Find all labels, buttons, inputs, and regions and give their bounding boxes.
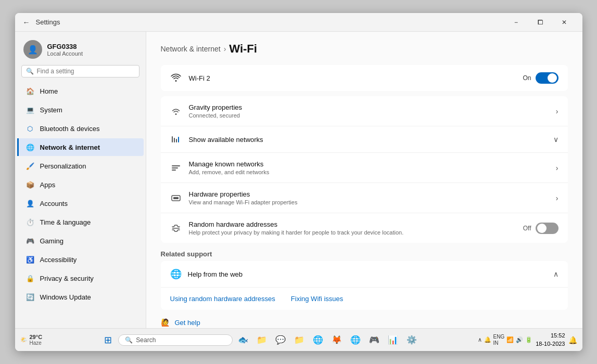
taskbar-app-chrome[interactable]: 🌐 [347, 332, 364, 348]
get-help-link[interactable]: 🙋 Get help [161, 315, 568, 328]
taskbar-app-game[interactable]: 🎮 [366, 332, 383, 348]
sidebar-item-label: Personalization [40, 162, 86, 170]
sidebar-item-system[interactable]: 💻 System [17, 101, 144, 119]
sidebar-item-label: Gaming [40, 237, 64, 245]
tray-battery[interactable]: 🔋 [525, 336, 532, 343]
manage-networks-subtitle: Add, remove, and edit networks [189, 169, 549, 175]
start-button[interactable]: ⊞ [99, 332, 116, 348]
wifi-title-area: Wi-Fi 2 [189, 74, 516, 82]
user-info: GFG0338 Local Account [47, 43, 83, 57]
notification-bell[interactable]: 🔔 [568, 336, 577, 344]
tray-wifi[interactable]: 📶 [506, 336, 514, 343]
tray-volume[interactable]: 🔊 [516, 336, 523, 343]
taskbar-app-folder[interactable]: 📁 [291, 332, 308, 348]
user-name: GFG0338 [47, 43, 83, 50]
tray-chevron[interactable]: ∧ [478, 336, 482, 343]
wifi-toggle[interactable] [536, 72, 558, 84]
random-toggle-label: Off [523, 225, 531, 232]
breadcrumb-separator: › [224, 45, 226, 53]
clock[interactable]: 15:52 18-10-2023 [536, 332, 565, 348]
tray-lang: ENGIN [493, 334, 505, 346]
minimize-button[interactable]: − [504, 13, 528, 32]
help-collapse-icon: ∧ [553, 270, 558, 278]
gaming-icon: 🎮 [26, 236, 35, 245]
random-address-toggle[interactable] [536, 223, 558, 234]
wifi-toggle-area: On [523, 72, 558, 84]
hardware-title: Hardware properties [189, 190, 549, 198]
toggle-thumb-off [537, 224, 547, 233]
taskbar-app-firefox[interactable]: 🦊 [328, 332, 345, 348]
sidebar-item-accessibility[interactable]: ♿ Accessibility [17, 251, 144, 268]
taskbar-app-file-explorer[interactable]: 🐟 [235, 332, 251, 348]
breadcrumb-parent[interactable]: Network & internet [161, 45, 221, 53]
gravity-icon [170, 106, 182, 117]
network-icon: 🌐 [26, 142, 35, 152]
privacy-icon: 🔒 [26, 274, 35, 283]
weather-widget[interactable]: 🌤️ 29°C Haze [20, 334, 43, 346]
manage-networks-row[interactable]: Manage known networks Add, remove, and e… [161, 153, 568, 183]
taskbar-app-widgets[interactable]: 📁 [253, 332, 270, 348]
sidebar-item-windows-update[interactable]: 🔄 Windows Update [17, 288, 144, 306]
tray-notification[interactable]: 🔔 [484, 336, 491, 343]
gravity-row[interactable]: Gravity properties Connected, secured › [161, 96, 568, 126]
taskbar-search[interactable]: 🔍 Search [118, 334, 233, 346]
sidebar-item-accounts[interactable]: 👤 Accounts [17, 194, 144, 212]
svg-rect-3 [178, 137, 179, 142]
sidebar-item-bluetooth[interactable]: ⬡ Bluetooth & devices [17, 120, 144, 137]
taskbar-app-teams[interactable]: 💬 [272, 332, 289, 348]
restore-button[interactable]: ⧠ [528, 13, 552, 32]
user-profile[interactable]: 👤 GFG0338 Local Account [15, 32, 146, 65]
show-networks-title: Show available networks [189, 136, 546, 144]
svg-rect-1 [174, 138, 175, 142]
help-link-random[interactable]: Using random hardware addresses [170, 295, 275, 303]
sidebar-item-privacy[interactable]: 🔒 Privacy & security [17, 269, 144, 287]
help-link-wifi[interactable]: Fixing Wifi issues [291, 295, 343, 303]
personalization-icon: 🖌️ [26, 161, 35, 171]
active-indicator [17, 138, 19, 156]
back-button[interactable]: ← [21, 17, 32, 28]
system-tray: ∧ 🔔 ENGIN 📶 🔊 🔋 [478, 334, 533, 346]
sidebar-item-personalization[interactable]: 🖌️ Personalization [17, 157, 144, 175]
search-icon: 🔍 [26, 68, 34, 75]
sidebar-item-apps[interactable]: 📦 Apps [17, 176, 144, 193]
content-area: 👤 GFG0338 Local Account 🔍 🏠 Home 💻 Syste… [15, 32, 582, 328]
sidebar-item-gaming[interactable]: 🎮 Gaming [17, 232, 144, 250]
random-address-icon [170, 223, 182, 234]
hardware-row[interactable]: Hardware properties View and manage Wi-F… [161, 183, 568, 213]
taskbar-app-settings[interactable]: ⚙️ [403, 332, 420, 348]
taskbar: 🌤️ 29°C Haze ⊞ 🔍 Search 🐟 📁 💬 📁 🌐 🦊 🌐 🎮 … [15, 328, 582, 351]
sidebar-item-network[interactable]: 🌐 Network & internet [17, 138, 144, 156]
wifi-toggle-label: On [523, 74, 531, 82]
random-address-subtitle: Help protect your privacy by making it h… [189, 229, 516, 236]
hardware-icon [170, 192, 182, 204]
show-networks-row[interactable]: Show available networks ∨ [161, 126, 568, 153]
gravity-title: Gravity properties [189, 103, 549, 111]
taskbar-left: 🌤️ 29°C Haze [20, 334, 43, 346]
title-bar: ← Settings − ⧠ ✕ [15, 13, 582, 32]
taskbar-right: ∧ 🔔 ENGIN 📶 🔊 🔋 15:52 18-10-2023 🔔 [478, 332, 577, 348]
search-box[interactable]: 🔍 [21, 65, 139, 77]
close-button[interactable]: ✕ [552, 13, 576, 32]
manage-networks-action: › [556, 164, 558, 172]
taskbar-app-edge[interactable]: 🌐 [310, 332, 326, 348]
get-help-label: Get help [175, 319, 200, 327]
chevron-right-icon: › [556, 107, 558, 115]
search-input[interactable] [37, 68, 135, 75]
breadcrumb-current: Wi-Fi [229, 42, 257, 56]
taskbar-app-excel[interactable]: 📊 [385, 332, 401, 348]
sidebar: 👤 GFG0338 Local Account 🔍 🏠 Home 💻 Syste… [15, 32, 146, 328]
window-controls: − ⧠ ✕ [504, 13, 576, 32]
sidebar-item-home[interactable]: 🏠 Home [17, 82, 144, 100]
hardware-subtitle: View and manage Wi-Fi adapter properties [189, 199, 549, 205]
help-title: Help from the web [188, 270, 243, 278]
help-header[interactable]: 🌐 Help from the web ∧ [161, 261, 568, 288]
random-address-action: Off [523, 223, 558, 234]
breadcrumb: Network & internet › Wi-Fi [161, 42, 568, 56]
show-networks-action: ∨ [553, 135, 558, 144]
accessibility-icon: ♿ [26, 255, 35, 264]
sidebar-item-label: Network & internet [40, 144, 100, 151]
chevron-right-icon: › [556, 194, 558, 202]
sidebar-item-time[interactable]: ⏱️ Time & language [17, 213, 144, 231]
manage-networks-content: Manage known networks Add, remove, and e… [189, 160, 549, 175]
bottom-links: 🙋 Get help 😊 Give feedback [161, 315, 568, 328]
